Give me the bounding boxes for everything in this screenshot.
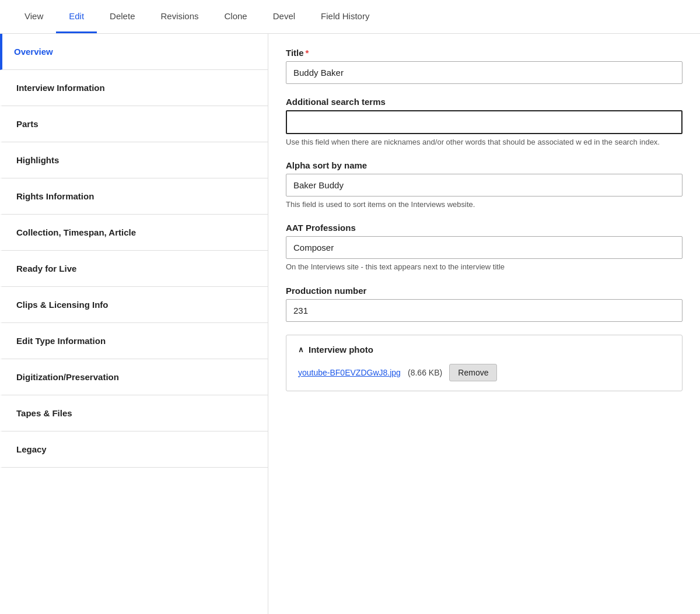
nav-clone[interactable]: Clone (212, 1, 260, 33)
interview-photo-header[interactable]: ∧ Interview photo (298, 345, 670, 355)
aat-professions-input[interactable] (286, 236, 682, 259)
nav-delete[interactable]: Delete (97, 1, 148, 33)
sidebar-item-overview[interactable]: Overview (0, 34, 268, 70)
sidebar-item-rights-information[interactable]: Rights Information (0, 178, 268, 215)
alpha-sort-label: Alpha sort by name (286, 160, 682, 170)
nav-field-history[interactable]: Field History (308, 1, 382, 33)
nav-view[interactable]: View (12, 1, 56, 33)
sidebar-item-tapes-files[interactable]: Tapes & Files (0, 395, 268, 431)
main-content: Title * Additional search terms Use this… (268, 34, 700, 614)
sidebar-item-edit-type-information[interactable]: Edit Type Information (0, 323, 268, 359)
additional-search-terms-label: Additional search terms (286, 97, 682, 107)
sidebar-item-interview-information[interactable]: Interview Information (0, 70, 268, 106)
production-number-input[interactable] (286, 299, 682, 322)
title-field-group: Title * (286, 48, 682, 84)
additional-search-terms-hint: Use this field when there are nicknames … (286, 137, 682, 148)
additional-search-terms-input[interactable] (286, 110, 682, 134)
sidebar-item-highlights[interactable]: Highlights (0, 142, 268, 178)
production-number-label: Production number (286, 286, 682, 296)
sidebar: Overview Interview Information Parts Hig… (0, 34, 268, 614)
aat-professions-field-group: AAT Professions On the Interviews site -… (286, 223, 682, 272)
sidebar-item-clips-licensing-info[interactable]: Clips & Licensing Info (0, 287, 268, 323)
alpha-sort-field-group: Alpha sort by name This field is used to… (286, 160, 682, 210)
interview-photo-label: Interview photo (309, 345, 373, 355)
aat-professions-label: AAT Professions (286, 223, 682, 233)
sidebar-item-digitization-preservation[interactable]: Digitization/Preservation (0, 359, 268, 395)
sidebar-item-parts[interactable]: Parts (0, 106, 268, 142)
title-label: Title * (286, 48, 682, 58)
chevron-up-icon: ∧ (298, 345, 304, 354)
sidebar-item-ready-for-live[interactable]: Ready for Live (0, 251, 268, 287)
title-required-indicator: * (306, 48, 309, 58)
interview-photo-file-link[interactable]: youtube-BF0EVZDGwJ8.jpg (298, 368, 401, 377)
alpha-sort-hint: This field is used to sort items on the … (286, 199, 682, 210)
additional-search-terms-field-group: Additional search terms Use this field w… (286, 97, 682, 148)
interview-photo-file-size: (8.66 KB) (408, 368, 442, 377)
interview-photo-content: youtube-BF0EVZDGwJ8.jpg (8.66 KB) Remove (298, 364, 670, 381)
title-input[interactable] (286, 61, 682, 84)
nav-edit[interactable]: Edit (56, 1, 97, 33)
sidebar-item-legacy[interactable]: Legacy (0, 431, 268, 468)
alpha-sort-input[interactable] (286, 174, 682, 197)
nav-devel[interactable]: Devel (260, 1, 308, 33)
production-number-field-group: Production number (286, 286, 682, 322)
aat-professions-hint: On the Interviews site - this text appea… (286, 262, 682, 272)
layout: Overview Interview Information Parts Hig… (0, 34, 700, 614)
top-nav: View Edit Delete Revisions Clone Devel F… (0, 0, 700, 34)
remove-photo-button[interactable]: Remove (449, 364, 497, 381)
sidebar-item-collection-timespan-article[interactable]: Collection, Timespan, Article (0, 215, 268, 251)
interview-photo-section: ∧ Interview photo youtube-BF0EVZDGwJ8.jp… (286, 335, 682, 391)
nav-revisions[interactable]: Revisions (148, 1, 211, 33)
